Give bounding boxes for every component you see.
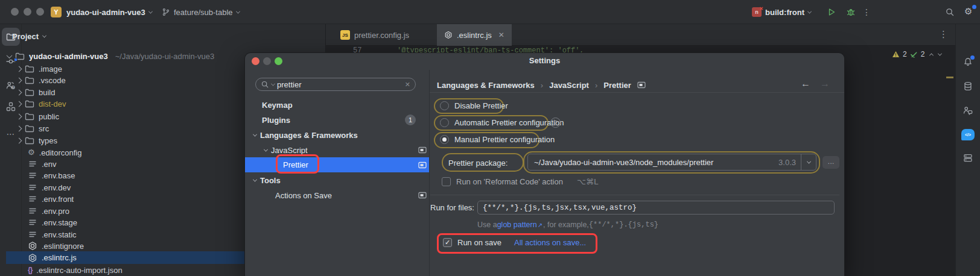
settings-tree-javascript[interactable]: JavaScript (245, 143, 429, 157)
tree-item-label: types (39, 136, 57, 145)
tree-item-label: .env.pro (42, 207, 69, 216)
prettier-package-combobox[interactable]: ~/Java/yudao-ui-admin-vue3/node_modules/… (527, 154, 816, 171)
tree-label: Tools (260, 176, 281, 185)
shortcut-hint: ⌥⌘L (577, 177, 598, 186)
tree-item-label: public (39, 112, 59, 121)
debug-button[interactable] (846, 7, 856, 17)
checkbox-unchecked-icon[interactable] (442, 177, 451, 186)
hint-text: , for example, (543, 221, 589, 229)
database-icon (963, 81, 973, 91)
breadcrumb-prettier: Prettier (603, 81, 631, 90)
branch-switcher[interactable]: feature/sub-table (162, 0, 240, 24)
glob-pattern-link[interactable]: glob pattern (497, 221, 537, 229)
browse-button[interactable]: ... (822, 156, 839, 169)
folder-icon (25, 111, 34, 121)
project-avatar: Y (51, 7, 62, 17)
settings-tree-prettier-selected[interactable]: Prettier (245, 157, 429, 172)
window-close-button[interactable] (11, 8, 19, 16)
tree-item-label: .env.stage (42, 218, 77, 227)
tab-eslintrc-active[interactable]: .eslintrc.js ✕ (437, 24, 512, 46)
search-everywhere-icon[interactable] (945, 7, 955, 17)
radio-label: Manual Prettier configuration (454, 135, 555, 144)
help-icon[interactable]: ? (550, 118, 561, 128)
settings-search-input[interactable]: prettier ✕ (255, 78, 416, 91)
settings-tree-actions-on-save[interactable]: Actions on Save (245, 188, 429, 202)
tree-item-label: .vscode (39, 76, 66, 85)
window-minimize-button[interactable] (24, 8, 31, 16)
radio-automatic-config[interactable]: Automatic Prettier configuration (440, 118, 564, 127)
run-for-files-input[interactable]: {**/*,*}.{js,ts,jsx,tsx,vue,astro} (477, 201, 835, 215)
search-match-marker-icon (418, 146, 427, 154)
database-tool-button[interactable] (959, 77, 977, 95)
chevron-down-icon (148, 9, 153, 13)
back-button[interactable]: ← (801, 78, 810, 89)
tree-label: Actions on Save (275, 191, 332, 200)
chevron-collapsed-icon (16, 137, 22, 143)
radio-icon[interactable] (440, 101, 449, 110)
tree-label: Keymap (262, 101, 293, 110)
code-with-me-button[interactable] (959, 101, 977, 119)
folder-icon (25, 99, 34, 108)
project-badge (14, 58, 18, 61)
settings-tree-keymap[interactable]: Keymap (245, 98, 429, 112)
chevron-expanded-icon (264, 147, 268, 151)
search-match-marker-icon (418, 162, 427, 169)
project-switcher[interactable]: yudao-ui-admin-vue3 (66, 0, 152, 24)
breadcrumb-languages[interactable]: Languages & Frameworks (437, 81, 535, 90)
settings-tree-tools[interactable]: Tools (245, 173, 429, 187)
window-zoom-button[interactable] (36, 8, 44, 16)
tree-item-label: .eslintrc.js (42, 253, 77, 262)
radio-label: Disable Prettier (454, 101, 508, 110)
radio-icon[interactable] (440, 118, 449, 127)
settings-tree-languages[interactable]: Languages & Frameworks (245, 128, 429, 142)
forward-button[interactable]: → (820, 78, 830, 89)
more-actions-icon[interactable]: ⋮ (862, 7, 871, 17)
radio-selected-icon[interactable] (440, 135, 449, 144)
json-braces-icon: {} (28, 266, 32, 274)
notification-dot (970, 55, 975, 60)
ai-assistant-button[interactable]: </> (959, 125, 977, 143)
chevron-collapsed-icon (16, 89, 22, 95)
eslint-icon (444, 31, 453, 39)
breadcrumb-javascript[interactable]: JavaScript (549, 81, 589, 90)
reformat-checkbox-row[interactable]: Run on 'Reformat Code' action ⌥⌘L (442, 177, 598, 186)
tab-options-icon[interactable]: ⋮ (939, 29, 949, 40)
editorconfig-icon: ⚙ (28, 148, 35, 157)
run-button[interactable] (827, 7, 836, 17)
tab-label: prettier.config.js (354, 31, 409, 40)
chevron-collapsed-icon (16, 125, 22, 131)
tree-label: Plugins (262, 116, 290, 125)
inspections-widget[interactable]: 2 2 (892, 49, 941, 59)
user-chat-icon (963, 105, 973, 115)
radio-disable-prettier[interactable]: Disable Prettier (440, 101, 508, 110)
tab-prettier-config[interactable]: JS prettier.config.js (333, 24, 416, 46)
search-match-marker-icon (637, 81, 646, 89)
chevron-down-icon (236, 9, 240, 13)
content-divider (430, 92, 845, 93)
next-problem-icon[interactable] (938, 51, 942, 55)
close-tab-icon[interactable]: ✕ (498, 31, 504, 39)
annotation-box-prettier (276, 154, 319, 174)
clear-search-icon[interactable]: ✕ (405, 81, 410, 89)
settings-tree-plugins[interactable]: Plugins (245, 113, 429, 127)
combobox-chevron[interactable] (801, 154, 816, 170)
prev-problem-icon[interactable] (929, 53, 934, 57)
settings-gear-icon[interactable]: ⚙ (964, 7, 972, 16)
title-bar: Y yudao-ui-admin-vue3 feature/sub-table … (0, 0, 980, 24)
git-branch-icon (162, 8, 170, 16)
project-panel-header[interactable]: Project (12, 28, 46, 45)
services-tool-button[interactable] (959, 149, 977, 167)
notifications-button[interactable] (959, 53, 977, 71)
branch-name: feature/sub-table (174, 8, 233, 17)
chevron-expanded-icon (253, 132, 257, 136)
glob-hint: Use a glob pattern ↗ , for example, {**/… (477, 221, 658, 229)
tree-item-label: .env (42, 160, 57, 169)
root-path: ~/Java/yudao-ui-admin-vue3 (115, 52, 214, 61)
breadcrumb-separator: › (541, 81, 543, 90)
chevron-collapsed-icon (16, 101, 22, 107)
dialog-title: Settings (245, 56, 844, 65)
radio-manual-config[interactable]: Manual Prettier configuration (440, 135, 555, 144)
run-config-selector[interactable]: n✕ build:front (752, 0, 811, 24)
dialog-divider (429, 70, 430, 276)
scrollbar-warning-mark (946, 77, 953, 78)
